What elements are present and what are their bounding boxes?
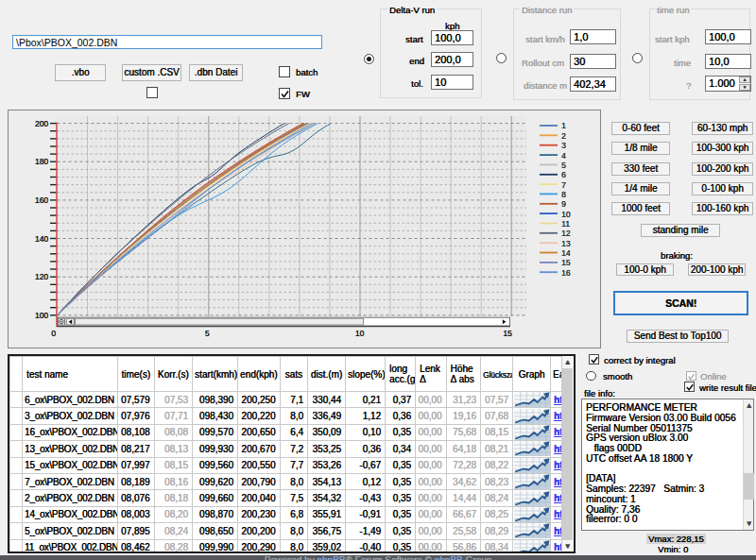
svg-text:4: 4: [561, 151, 566, 161]
svg-text:1: 1: [561, 121, 566, 130]
svg-text:140: 140: [35, 234, 48, 244]
svg-text:15: 15: [561, 258, 571, 267]
svg-text:160: 160: [35, 195, 48, 205]
svg-text:10: 10: [561, 210, 571, 219]
svg-text:200: 200: [35, 119, 48, 128]
svg-text:100: 100: [35, 311, 48, 320]
svg-text:9: 9: [561, 199, 566, 209]
svg-text:3: 3: [561, 141, 566, 150]
svg-text:8: 8: [561, 190, 566, 199]
svg-text:2: 2: [561, 131, 566, 141]
svg-text:5: 5: [205, 329, 210, 338]
svg-text:6: 6: [561, 170, 566, 179]
svg-text:10: 10: [355, 329, 365, 338]
svg-text:16: 16: [561, 268, 571, 278]
svg-text:14: 14: [561, 248, 571, 258]
svg-text:0: 0: [51, 329, 56, 338]
svg-text:7: 7: [561, 180, 566, 190]
svg-text:15: 15: [503, 329, 512, 338]
svg-text:120: 120: [35, 272, 48, 281]
svg-text:5: 5: [561, 161, 566, 170]
svg-text:180: 180: [35, 157, 48, 166]
svg-text:12: 12: [561, 229, 571, 238]
svg-text:13: 13: [561, 239, 571, 248]
svg-text:11: 11: [561, 219, 570, 229]
